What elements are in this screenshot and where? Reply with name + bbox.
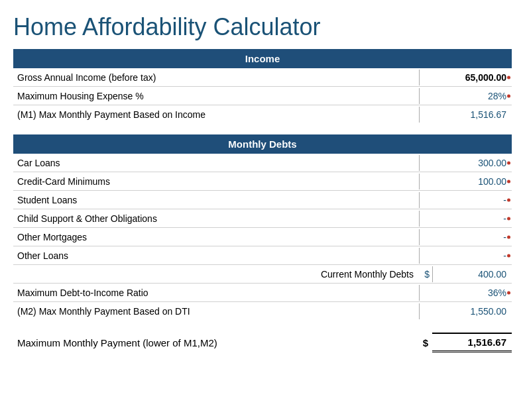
income-header: Income bbox=[13, 49, 512, 68]
max-dti-row: Maximum Debt-to-Income Ratio 36% bbox=[13, 284, 512, 302]
current-monthly-debts-label: Current Monthly Debts bbox=[13, 266, 419, 282]
max-dti-label: Maximum Debt-to-Income Ratio bbox=[13, 285, 419, 301]
student-loans-value[interactable]: - bbox=[419, 192, 512, 208]
gross-income-value[interactable]: 65,000.00 bbox=[419, 70, 512, 85]
m1-payment-value: 1,516.67 bbox=[419, 107, 512, 123]
car-loans-value[interactable]: 300.00 bbox=[419, 155, 512, 171]
summary-currency: $ bbox=[419, 337, 432, 348]
monthly-debts-section: Monthly Debts Car Loans 300.00 Credit-Ca… bbox=[13, 134, 512, 321]
child-support-row: Child Support & Other Obligations - bbox=[13, 209, 512, 228]
m2-payment-value: 1,550.00 bbox=[419, 303, 512, 319]
other-loans-row: Other Loans - bbox=[13, 246, 512, 265]
gross-income-row: Gross Annual Income (before tax) 65,000.… bbox=[13, 68, 512, 87]
summary-label-main: Maximum Monthly Payment bbox=[17, 337, 140, 348]
credit-card-value[interactable]: 100.00 bbox=[419, 174, 512, 189]
max-housing-value[interactable]: 28% bbox=[419, 88, 512, 104]
m1-payment-row: (M1) Max Monthly Payment Based on Income… bbox=[13, 105, 512, 124]
summary-value: 1,516.67 bbox=[432, 333, 512, 352]
car-loans-label: Car Loans bbox=[13, 155, 419, 171]
summary-label-suffix: (lower of M1,M2) bbox=[140, 337, 217, 348]
max-housing-label: Maximum Housing Expense % bbox=[13, 88, 419, 104]
m2-payment-label: (M2) Max Monthly Payment Based on DTI bbox=[13, 303, 419, 319]
max-dti-value[interactable]: 36% bbox=[419, 285, 512, 301]
current-monthly-debts-currency: $ bbox=[419, 269, 432, 280]
child-support-value[interactable]: - bbox=[419, 211, 512, 227]
monthly-debts-header: Monthly Debts bbox=[13, 134, 512, 154]
current-monthly-debts-value: 400.00 bbox=[432, 266, 512, 282]
m2-payment-row: (M2) Max Monthly Payment Based on DTI 1,… bbox=[13, 302, 512, 321]
credit-card-label: Credit-Card Minimums bbox=[13, 174, 419, 189]
other-loans-value[interactable]: - bbox=[419, 248, 512, 264]
income-section: Income Gross Annual Income (before tax) … bbox=[13, 49, 512, 124]
child-support-label: Child Support & Other Obligations bbox=[13, 211, 419, 227]
m1-payment-label: (M1) Max Monthly Payment Based on Income bbox=[13, 107, 419, 123]
current-monthly-debts-row: Current Monthly Debts $ 400.00 bbox=[13, 265, 512, 284]
other-loans-label: Other Loans bbox=[13, 248, 419, 264]
max-housing-row: Maximum Housing Expense % 28% bbox=[13, 87, 512, 105]
credit-card-row: Credit-Card Minimums 100.00 bbox=[13, 172, 512, 191]
student-loans-label: Student Loans bbox=[13, 192, 419, 208]
other-mortgages-value[interactable]: - bbox=[419, 229, 512, 245]
gross-income-label: Gross Annual Income (before tax) bbox=[13, 70, 419, 85]
other-mortgages-label: Other Mortgages bbox=[13, 229, 419, 245]
car-loans-row: Car Loans 300.00 bbox=[13, 154, 512, 172]
summary-label: Maximum Monthly Payment (lower of M1,M2) bbox=[13, 335, 419, 351]
page-title: Home Affordability Calculator bbox=[13, 13, 512, 41]
summary-row: Maximum Monthly Payment (lower of M1,M2)… bbox=[13, 331, 512, 354]
student-loans-row: Student Loans - bbox=[13, 191, 512, 209]
other-mortgages-row: Other Mortgages - bbox=[13, 228, 512, 246]
